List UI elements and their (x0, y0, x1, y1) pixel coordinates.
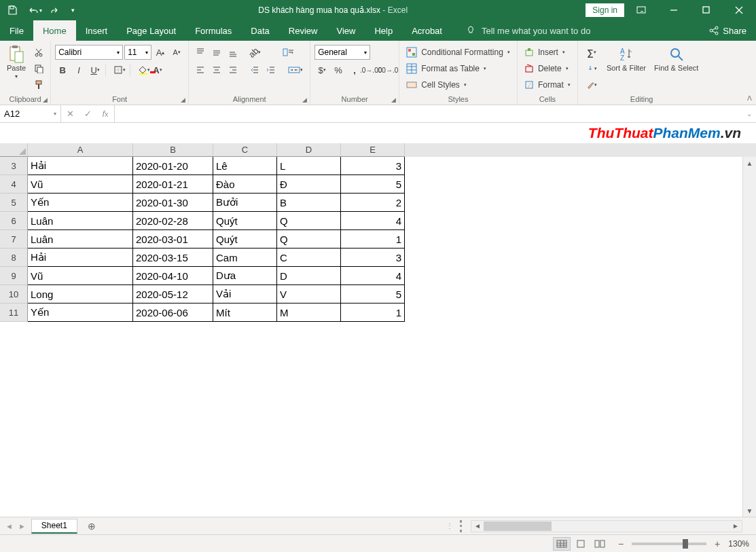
cell[interactable]: B (277, 194, 341, 212)
tab-split-handle[interactable] (460, 520, 464, 532)
cell[interactable]: D (277, 267, 341, 285)
cell[interactable]: Yến (28, 303, 133, 322)
page-layout-view-icon[interactable] (572, 537, 590, 551)
fill-color-button[interactable]: ▾ (137, 62, 151, 77)
redo-icon[interactable] (46, 2, 65, 18)
cell[interactable]: 5 (341, 175, 405, 194)
qat-customize-icon[interactable]: ▾ (68, 2, 77, 18)
row-header[interactable]: 10 (0, 285, 28, 303)
cell[interactable]: 2020-01-20 (133, 157, 213, 175)
percent-format-icon[interactable]: % (331, 62, 346, 77)
orientation-icon[interactable]: ab▾ (247, 45, 262, 60)
increase-indent-icon[interactable] (264, 62, 278, 77)
ribbon-display-options-icon[interactable] (626, 0, 657, 20)
cell[interactable]: 2020-05-12 (133, 285, 213, 303)
tab-home[interactable]: Home (33, 20, 76, 41)
cancel-formula-icon[interactable]: ✕ (61, 109, 79, 119)
close-icon[interactable] (723, 0, 755, 20)
italic-button[interactable]: I (71, 62, 86, 77)
cell[interactable]: 1 (341, 230, 405, 249)
cell[interactable]: 3 (341, 157, 405, 175)
format-painter-icon[interactable] (31, 77, 46, 92)
dialog-launcher-icon[interactable]: ◢ (302, 96, 307, 103)
accounting-format-icon[interactable]: $▾ (314, 62, 329, 77)
font-color-button[interactable]: A▾ (153, 62, 168, 77)
tab-insert[interactable]: Insert (76, 20, 118, 41)
scroll-down-icon[interactable]: ▼ (743, 504, 756, 517)
formula-input[interactable] (115, 105, 742, 122)
cell[interactable]: Đào (213, 175, 277, 194)
tell-me-search[interactable]: Tell me what you want to do (465, 20, 590, 41)
copy-icon[interactable] (31, 61, 46, 76)
zoom-out-button[interactable]: − (615, 538, 626, 549)
cell[interactable]: 2020-03-01 (133, 230, 213, 249)
cell[interactable]: 4 (341, 212, 405, 230)
font-size-combo[interactable]: 11▾ (124, 45, 151, 60)
format-cells-button[interactable]: Format▾ (522, 77, 573, 92)
cell[interactable]: Bưởi (213, 194, 277, 212)
tab-data[interactable]: Data (241, 20, 278, 41)
cell[interactable]: 1 (341, 303, 405, 322)
scroll-left-icon[interactable]: ◄ (471, 522, 484, 530)
cell[interactable]: Quýt (213, 230, 277, 249)
find-select-button[interactable]: Find & Select (651, 45, 701, 73)
cell[interactable]: Quýt (213, 212, 277, 230)
cell[interactable]: 2020-01-21 (133, 175, 213, 194)
tab-formulas[interactable]: Formulas (185, 20, 241, 41)
zoom-level[interactable]: 130% (728, 539, 749, 549)
cell[interactable]: 2020-03-15 (133, 249, 213, 267)
scroll-right-icon[interactable]: ► (730, 522, 742, 530)
share-button[interactable]: Share (700, 20, 756, 41)
cell[interactable]: 2020-04-10 (133, 267, 213, 285)
tab-page-layout[interactable]: Page Layout (117, 20, 185, 41)
cell[interactable]: Mít (213, 303, 277, 322)
align-left-icon[interactable] (193, 62, 208, 77)
align-center-icon[interactable] (209, 62, 224, 77)
column-header[interactable]: D (277, 143, 341, 157)
collapse-ribbon-icon[interactable]: ᐱ (747, 94, 752, 102)
dialog-launcher-icon[interactable]: ◢ (391, 96, 396, 103)
format-as-table-button[interactable]: Format as Table▾ (403, 61, 513, 76)
delete-cells-button[interactable]: Delete▾ (522, 61, 573, 76)
cell[interactable]: 2 (341, 194, 405, 212)
clear-icon[interactable]: ▾ (582, 77, 601, 92)
cell[interactable]: 5 (341, 285, 405, 303)
cell[interactable]: V (277, 285, 341, 303)
fx-icon[interactable]: fx (96, 109, 114, 119)
wrap-text-icon[interactable] (278, 45, 299, 60)
tab-file[interactable]: File (0, 20, 33, 41)
cell[interactable]: Luân (28, 212, 133, 230)
cell[interactable]: Yến (28, 194, 133, 212)
undo-icon[interactable]: ▾ (24, 2, 43, 18)
align-top-icon[interactable] (193, 45, 208, 60)
decrease-font-icon[interactable]: A▾ (169, 45, 184, 60)
row-header[interactable]: 8 (0, 249, 28, 267)
cell[interactable]: M (277, 303, 341, 322)
row-header[interactable]: 5 (0, 194, 28, 212)
expand-formula-bar-icon[interactable]: ⌄ (742, 105, 756, 122)
new-sheet-button[interactable]: ⊕ (83, 521, 101, 532)
bold-button[interactable]: B (55, 62, 70, 77)
cell[interactable]: Hải (28, 249, 133, 267)
vertical-scrollbar[interactable]: ▲ ▼ (742, 157, 756, 517)
scroll-up-icon[interactable]: ▲ (743, 157, 756, 169)
cell[interactable]: Dưa (213, 267, 277, 285)
dialog-launcher-icon[interactable]: ◢ (181, 96, 185, 103)
cell[interactable]: 2020-06-06 (133, 303, 213, 322)
page-break-view-icon[interactable] (591, 537, 609, 551)
cell[interactable]: Đ (277, 175, 341, 194)
tab-help[interactable]: Help (365, 20, 402, 41)
sort-filter-button[interactable]: AZ Sort & Filter (604, 45, 649, 73)
cell[interactable]: C (277, 249, 341, 267)
conditional-formatting-button[interactable]: Conditional Formatting▾ (403, 45, 513, 60)
maximize-icon[interactable] (691, 0, 722, 20)
cell[interactable]: Q (277, 212, 341, 230)
decrease-indent-icon[interactable] (247, 62, 262, 77)
sheet-tab[interactable]: Sheet1 (31, 519, 77, 534)
cell[interactable]: Long (28, 285, 133, 303)
name-box[interactable]: A12▾ (0, 105, 61, 122)
column-header[interactable]: E (341, 143, 405, 157)
cell[interactable]: 2020-01-30 (133, 194, 213, 212)
align-right-icon[interactable] (226, 62, 240, 77)
row-header[interactable]: 11 (0, 303, 28, 322)
